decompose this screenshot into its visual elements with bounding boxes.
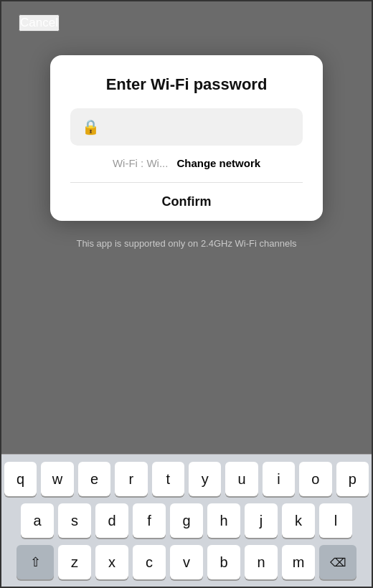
wifi-password-dialog: Enter Wi-Fi password 🔒 Wi-Fi : Wi... Cha… — [50, 55, 323, 221]
key-o[interactable]: o — [299, 462, 331, 496]
confirm-button[interactable]: Confirm — [50, 194, 323, 209]
key-l[interactable]: l — [319, 503, 352, 538]
key-k[interactable]: k — [282, 503, 315, 538]
keyboard-row-3: ⇧ z x c v b n m ⌫ — [4, 545, 369, 579]
key-q[interactable]: q — [4, 462, 37, 496]
keyboard-row-2: a s d f g h j k l — [4, 503, 369, 538]
top-area: Cancel Enter Wi-Fi password 🔒 Wi-Fi : Wi… — [1, 1, 372, 454]
support-text: This app is supported only on 2.4GHz Wi-… — [62, 237, 311, 251]
key-p[interactable]: p — [336, 462, 369, 496]
wifi-info-row: Wi-Fi : Wi... Change network — [70, 157, 303, 183]
key-j[interactable]: j — [245, 503, 278, 538]
key-r[interactable]: r — [115, 462, 147, 496]
cancel-button[interactable]: Cancel — [19, 14, 60, 32]
wifi-label: Wi-Fi : Wi... — [113, 157, 168, 169]
dialog-body: Enter Wi-Fi password 🔒 Wi-Fi : Wi... Cha… — [50, 55, 323, 183]
key-h[interactable]: h — [207, 503, 240, 538]
key-c[interactable]: c — [133, 545, 166, 579]
dialog-title: Enter Wi-Fi password — [70, 75, 303, 94]
change-network-button[interactable]: Change network — [176, 157, 260, 169]
key-a[interactable]: a — [21, 503, 54, 538]
shift-icon: ⇧ — [30, 554, 41, 570]
confirm-row: Confirm — [50, 183, 323, 221]
key-m[interactable]: m — [282, 545, 315, 579]
key-d[interactable]: d — [95, 503, 128, 538]
key-w[interactable]: w — [41, 462, 73, 496]
key-g[interactable]: g — [170, 503, 203, 538]
key-n[interactable]: n — [245, 545, 278, 579]
key-i[interactable]: i — [263, 462, 295, 496]
shift-key[interactable]: ⇧ — [16, 545, 54, 579]
key-f[interactable]: f — [133, 503, 166, 538]
key-e[interactable]: e — [78, 462, 110, 496]
lock-icon: 🔒 — [82, 118, 100, 136]
key-t[interactable]: t — [152, 462, 184, 496]
keyboard: q w e r t y u i o p a s d f g h j k l ⇧ … — [1, 454, 372, 587]
key-v[interactable]: v — [170, 545, 203, 579]
key-y[interactable]: y — [189, 462, 221, 496]
password-input-wrap[interactable]: 🔒 — [70, 108, 303, 146]
key-x[interactable]: x — [95, 545, 128, 579]
key-b[interactable]: b — [207, 545, 240, 579]
key-s[interactable]: s — [58, 503, 91, 538]
keyboard-row-1: q w e r t y u i o p — [4, 462, 369, 496]
backspace-key[interactable]: ⌫ — [319, 545, 357, 579]
key-u[interactable]: u — [225, 462, 258, 496]
key-z[interactable]: z — [58, 545, 91, 579]
